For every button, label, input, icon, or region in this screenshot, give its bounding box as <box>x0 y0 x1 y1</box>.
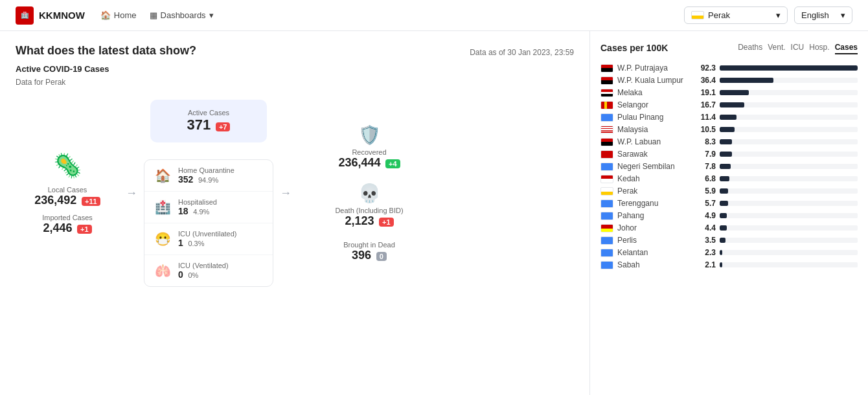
region-bar <box>720 65 858 71</box>
language-select[interactable]: English ▾ <box>794 6 852 24</box>
arrow-right-1[interactable]: → <box>119 186 144 200</box>
icu-unventilated-item: 😷 ICU (Unventilated) 1 0.3% <box>144 223 273 255</box>
region-value: 5.9 <box>692 186 716 196</box>
home-quarantine-text: Home Quarantine 352 94.9% <box>178 166 234 185</box>
region-bar-wrap <box>720 139 858 144</box>
region-value: 11.4 <box>692 113 716 122</box>
imported-cases-stat: Imported Cases 2,446 +1 <box>42 214 93 235</box>
region-row: Sarawak 7.9 <box>600 150 858 159</box>
language-value: English <box>801 10 829 20</box>
region-name: Negeri Sembilan <box>617 162 689 171</box>
region-list: W.P. Putrajaya 92.3 W.P. Kuala Lumpur 36… <box>600 63 858 269</box>
tab-group: DeathsVent.ICUHosp.Cases <box>738 41 858 54</box>
region-name: Malaysia <box>617 125 689 134</box>
region-value: 8.3 <box>692 137 716 146</box>
region-name: Johor <box>617 223 689 232</box>
region-value: 2.3 <box>692 248 716 257</box>
recovered-label: Recovered <box>311 148 428 156</box>
chevron-down-icon: ▾ <box>776 10 781 20</box>
region-name: Pahang <box>617 211 689 220</box>
main-layout: What does the latest data show? Data as … <box>0 31 868 395</box>
bid-delta: 0 <box>376 252 387 261</box>
region-name: W.P. Labuan <box>617 137 689 146</box>
region-bar-wrap <box>720 188 858 194</box>
region-name: Sabah <box>617 260 689 269</box>
region-bar-wrap <box>720 262 858 267</box>
imported-cases-label: Imported Cases <box>42 214 93 221</box>
region-bar-wrap <box>720 65 858 71</box>
home-quarantine-icon: 🏠 <box>154 168 172 183</box>
icu-ventilated-text: ICU (Ventilated) 0 0% <box>178 262 229 280</box>
right-panel: Cases per 100K DeathsVent.ICUHosp.Cases … <box>589 31 868 395</box>
region-flag <box>600 76 613 85</box>
region-bar <box>720 188 728 194</box>
hospitalised-value: 18 <box>178 206 188 216</box>
tab-icu[interactable]: ICU <box>791 41 805 54</box>
active-cases-box: Active Cases 371 +7 <box>150 100 267 142</box>
icu-unventilated-pct: 0.3% <box>188 240 204 247</box>
region-name: W.P. Kuala Lumpur <box>617 76 689 85</box>
region-select-value: Perak <box>708 10 730 20</box>
nav-dashboards[interactable]: ▦ Dashboards ▾ <box>150 10 214 20</box>
home-label: Home <box>114 10 137 20</box>
region-flag <box>600 224 613 232</box>
region-bar <box>720 213 727 218</box>
region-flag <box>600 236 613 245</box>
region-row: Kelantan 2.3 <box>600 248 858 257</box>
arrow-right-2[interactable]: → <box>273 186 298 200</box>
region-name: Terengganu <box>617 199 689 208</box>
data-timestamp: Data as of 30 Jan 2023, 23:59 <box>470 48 574 57</box>
logo[interactable]: 🏥 KKMNOW <box>16 6 85 25</box>
region-value: 4.4 <box>692 223 716 232</box>
region-flag <box>600 101 613 109</box>
tab-vent[interactable]: Vent. <box>768 41 785 54</box>
tab-cases[interactable]: Cases <box>835 41 858 54</box>
region-flag <box>600 113 613 122</box>
page-title: What does the latest data show? <box>16 44 196 58</box>
region-value: 2.1 <box>692 260 716 269</box>
hospitalised-label: Hospitalised <box>178 198 217 206</box>
outcomes-col: 🛡️ Recovered 236,444 +4 💀 Death (Includi… <box>311 124 428 262</box>
region-row: Perak 5.9 <box>600 186 858 196</box>
dashboards-icon: ▦ <box>150 10 157 20</box>
region-flag <box>600 150 613 159</box>
region-bar-wrap <box>720 250 858 255</box>
region-value: 7.9 <box>692 150 716 159</box>
left-stats-col: 🦠 Local Cases 236,492 +11 Imported Cases… <box>16 152 119 235</box>
region-flag <box>600 126 613 134</box>
home-quarantine-item: 🏠 Home Quarantine 352 94.9% <box>144 160 273 192</box>
center-col: Active Cases 371 +7 🏠 Home Quarantine 35… <box>144 100 273 287</box>
region-bar <box>720 102 744 107</box>
region-value: 36.4 <box>692 76 716 85</box>
region-value: 7.8 <box>692 162 716 171</box>
region-value: 19.1 <box>692 88 716 97</box>
region-bar-wrap <box>720 213 858 218</box>
region-flag <box>600 175 613 183</box>
death-icon: 💀 <box>311 183 428 204</box>
region-row: W.P. Labuan 8.3 <box>600 137 858 146</box>
region-row: Pahang 4.9 <box>600 211 858 220</box>
region-flag <box>600 187 613 196</box>
hospitalised-item: 🏥 Hospitalised 18 4.9% <box>144 192 273 223</box>
region-select[interactable]: Perak ▾ <box>684 6 788 24</box>
region-value: 4.9 <box>692 211 716 220</box>
region-flag <box>600 199 613 208</box>
local-cases-value: 236,492 <box>34 194 76 207</box>
region-bar <box>720 90 749 95</box>
logo-icon: 🏥 <box>16 6 34 25</box>
recovered-value: 236,444 <box>338 156 380 169</box>
region-row: Malaysia 10.5 <box>600 125 858 134</box>
home-icon: 🏠 <box>100 10 111 20</box>
region-flag <box>600 64 613 73</box>
tab-hosp[interactable]: Hosp. <box>809 41 829 54</box>
bid-stat: Brought in Dead 396 0 <box>311 241 428 262</box>
region-bar <box>720 250 722 255</box>
nav-home[interactable]: 🏠 Home <box>100 10 137 20</box>
bid-label: Brought in Dead <box>311 241 428 249</box>
region-bar <box>720 115 737 120</box>
bid-value: 396 <box>352 249 371 262</box>
active-cases-box-label: Active Cases <box>170 109 247 117</box>
virus-icon: 🦠 <box>53 152 82 179</box>
tab-deaths[interactable]: Deaths <box>738 41 762 54</box>
active-cases-box-delta: +7 <box>216 122 231 131</box>
